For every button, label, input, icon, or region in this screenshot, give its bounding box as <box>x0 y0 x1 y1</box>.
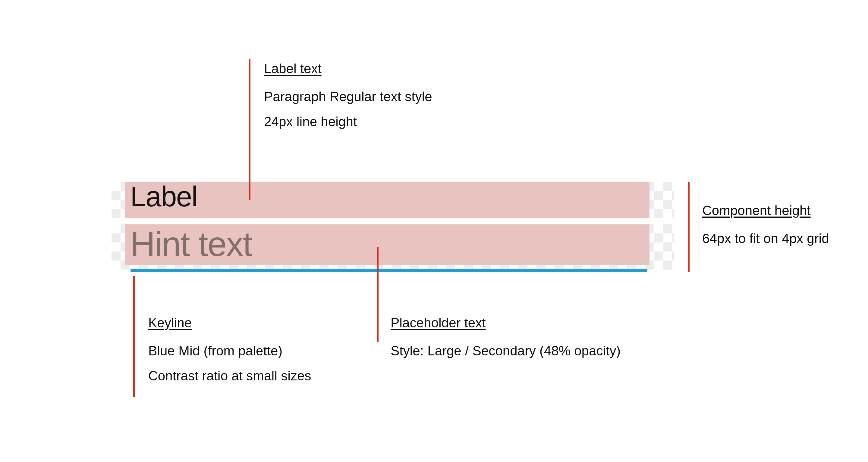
annotation-component-height: Component height 64px to fit on 4px grid <box>702 202 829 255</box>
annotation-line: Style: Large / Secondary (48% opacity) <box>391 342 621 359</box>
annotation-heading: Keyline <box>148 315 311 331</box>
lead-line-placeholder <box>377 247 378 342</box>
annotation-heading: Label text <box>264 60 432 77</box>
annotation-line: Contrast ratio at small sizes <box>148 367 311 384</box>
annotation-line: Blue Mid (from palette) <box>148 342 311 359</box>
annotation-line: 64px to fit on 4px grid <box>702 230 829 247</box>
field-hint-placeholder: Hint text <box>130 224 252 264</box>
lead-line-label <box>249 59 250 200</box>
spec-diagram: Label Hint text Label text Paragraph Reg… <box>0 0 868 462</box>
annotation-heading: Placeholder text <box>391 315 621 331</box>
lead-line-keyline <box>133 276 135 397</box>
annotation-line: 24px line height <box>264 113 432 130</box>
annotation-line: Paragraph Regular text style <box>264 88 432 105</box>
annotation-keyline: Keyline Blue Mid (from palette) Contrast… <box>148 315 311 392</box>
annotation-label-text: Label text Paragraph Regular text style … <box>264 60 432 138</box>
input-keyline <box>130 269 647 272</box>
annotation-placeholder-text: Placeholder text Style: Large / Secondar… <box>391 315 621 367</box>
annotation-heading: Component height <box>702 202 829 219</box>
field-label: Label <box>130 180 197 213</box>
lead-line-height <box>688 182 689 272</box>
label-row-highlight <box>125 182 650 218</box>
